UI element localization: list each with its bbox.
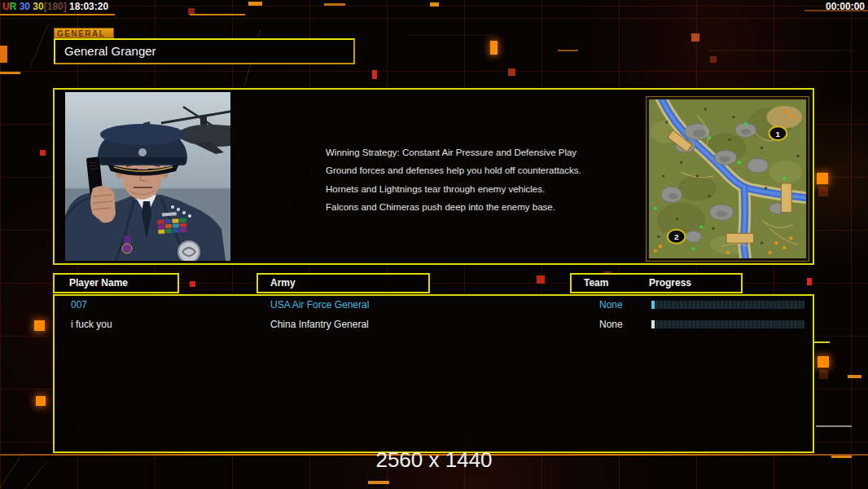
load-progress-bar [651,319,805,329]
status-token: 30 [16,1,30,12]
player-team: None [599,319,623,330]
deco-dash [814,341,830,343]
game-lobby-screen: UR 30 30[180] 18:03:20 00:00:00 GENERAL … [0,0,868,489]
svg-text:2: 2 [674,232,679,241]
deco-square [819,370,828,379]
deco-dash [248,2,262,6]
player-army: China Infantry General [270,319,369,330]
general-info-panel: Winning Strategy: Constant Air Pressure … [53,88,814,265]
deco-dash [0,72,20,74]
start-position-marker-1: 1 [769,126,787,140]
status-clock: 18:03:20 [67,1,108,12]
deco-dash [430,2,439,7]
deco-square [817,173,828,184]
deco-square [508,68,515,76]
player-name: i fuck you [71,319,112,330]
general-name: General Granger [55,40,353,63]
strategy-line: Ground forces and defenses help you hold… [326,161,594,179]
general-name-box: General Granger [54,38,355,64]
deco-square [490,41,498,55]
deco-square [807,278,812,285]
header-label: Army [270,277,296,289]
header-label: Progress [649,275,691,291]
deco-square [710,56,717,63]
player-army: USA Air Force General [270,299,369,311]
deco-square [537,275,545,284]
map-preview: 1 2 [646,96,809,262]
general-portrait-image [65,92,230,261]
game-timer: 00:00:00 [826,1,865,12]
general-tab-label: GENERAL [54,28,114,38]
deco-square [372,70,377,79]
status-token: U [2,1,10,12]
strategy-line: Winning Strategy: Constant Air Pressure … [326,143,594,161]
deco-square [34,320,45,331]
column-header-player-name: Player Name [53,273,179,293]
progress-fill [651,301,655,309]
player-name: 007 [71,299,87,311]
deco-square [190,281,195,287]
deco-square [818,187,828,196]
deco-dash [368,481,389,484]
minimap-image: 1 2 [649,99,806,258]
player-row: 007 USA Air Force General None [55,299,813,312]
column-header-army: Army [256,273,430,293]
deco-dash [190,14,245,15]
deco-dash [324,3,345,6]
player-row: i fuck you China Infantry General None [55,319,813,332]
deco-dash [848,375,861,378]
strategy-line: Hornets and Lightnings tear through enem… [326,180,594,198]
header-label: Team [584,277,608,289]
column-header-team-progress: Team Progress [570,273,743,293]
deco-dash [816,425,852,427]
player-list-panel: 007 USA Air Force General None i fuck yo… [53,294,814,453]
player-team: None [599,299,623,311]
load-progress-bar [651,300,805,310]
header-label: Player Name [69,277,128,289]
deco-dash [558,50,578,51]
start-position-marker-2: 2 [668,230,686,244]
status-token: [180] [44,1,67,12]
resolution-text: 2560 x 1440 [375,447,492,473]
connection-status-text: UR 30 30[180] 18:03:20 [2,1,108,12]
deco-square [36,396,46,406]
deco-square [0,46,7,63]
strategy-text-block: Winning Strategy: Constant Air Pressure … [326,143,594,217]
deco-square [40,150,46,156]
status-token: 30 [30,1,44,12]
deco-square [818,356,829,368]
deco-square [691,33,699,42]
progress-fill [651,320,655,328]
deco-dash [0,14,115,15]
svg-text:1: 1 [776,130,781,139]
strategy-line: Falcons and Chimeras push deep into the … [326,198,594,216]
